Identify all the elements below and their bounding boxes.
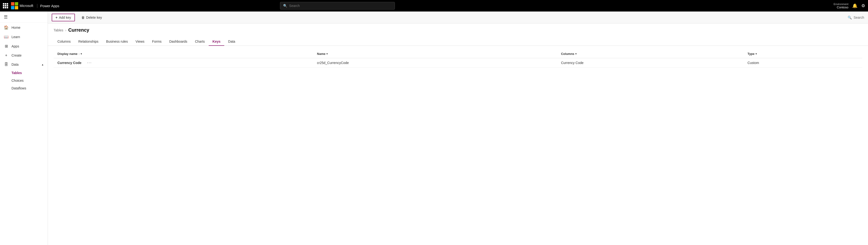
dropdown-icon: ▾ bbox=[81, 53, 82, 55]
sidebar-item-create[interactable]: + Create bbox=[0, 51, 48, 60]
sidebar: ☰ 🏠 Home 📖 Learn ⊞ Apps + Create 🗄 Data … bbox=[0, 11, 48, 245]
tab-data[interactable]: Data bbox=[224, 38, 239, 46]
row-options-button[interactable]: ··· bbox=[87, 61, 92, 65]
toolbar: + Add key 🗑 Delete key 🔍 Search bbox=[48, 11, 868, 24]
tab-columns[interactable]: Columns bbox=[54, 38, 74, 46]
sidebar-item-learn[interactable]: 📖 Learn bbox=[0, 32, 48, 42]
sidebar-label-data: Data bbox=[11, 62, 19, 66]
logo-squares bbox=[11, 2, 18, 9]
plus-icon: + bbox=[56, 16, 57, 20]
waffle-menu[interactable] bbox=[3, 3, 8, 8]
navbar-brand: Power Apps bbox=[37, 4, 59, 8]
create-icon: + bbox=[4, 53, 9, 57]
sort-up-icon: ↑ bbox=[79, 53, 80, 55]
sidebar-item-apps[interactable]: ⊞ Apps bbox=[0, 42, 48, 51]
microsoft-logo[interactable]: Microsoft bbox=[11, 2, 33, 9]
settings-icon[interactable]: ⚙ bbox=[861, 3, 865, 8]
col-name[interactable]: Name ▾ bbox=[313, 50, 557, 58]
environment-label: Environment bbox=[834, 3, 848, 5]
type-sort[interactable]: Type ▾ bbox=[747, 52, 756, 56]
sidebar-sub-tables[interactable]: Tables bbox=[0, 69, 48, 77]
col-columns[interactable]: Columns ▾ bbox=[557, 50, 744, 58]
col-display-name[interactable]: Display name ↑ ▾ bbox=[54, 50, 313, 58]
delete-key-button[interactable]: 🗑 Delete key bbox=[78, 14, 105, 21]
environment-name: Contoso bbox=[837, 5, 848, 9]
global-search-box[interactable]: 🔍 bbox=[280, 2, 395, 9]
search-icon: 🔍 bbox=[848, 16, 852, 20]
data-icon: 🗄 bbox=[4, 62, 9, 66]
breadcrumb-tables-link[interactable]: Tables bbox=[54, 28, 63, 32]
keys-table: Display name ↑ ▾ Name ▾ bbox=[54, 50, 862, 67]
dropdown-icon: ▾ bbox=[575, 53, 577, 55]
row-columns: Currency Code bbox=[557, 58, 744, 67]
name-sort[interactable]: Name ▾ bbox=[317, 52, 328, 56]
navbar: Microsoft Power Apps 🔍 Environment Conto… bbox=[0, 0, 868, 11]
dropdown-icon: ▾ bbox=[327, 53, 328, 55]
row-type: Custom bbox=[744, 58, 862, 67]
tabs-bar: Columns Relationships Business rules Vie… bbox=[48, 35, 868, 46]
home-icon: 🏠 bbox=[4, 25, 9, 30]
learn-icon: 📖 bbox=[4, 34, 9, 39]
search-icon: 🔍 bbox=[283, 4, 287, 8]
table-row: Currency Code ··· cr25d_CurrencyCode Cur… bbox=[54, 58, 862, 67]
sidebar-label-create: Create bbox=[11, 53, 22, 57]
breadcrumb-separator: › bbox=[65, 28, 66, 32]
dropdown-icon: ▾ bbox=[755, 53, 757, 55]
table-header: Display name ↑ ▾ Name ▾ bbox=[54, 50, 862, 58]
sidebar-item-home[interactable]: 🏠 Home bbox=[0, 23, 48, 32]
display-name-sort[interactable]: Display name ↑ ▾ bbox=[57, 52, 82, 56]
main-layout: ☰ 🏠 Home 📖 Learn ⊞ Apps + Create 🗄 Data … bbox=[0, 11, 868, 245]
tab-keys[interactable]: Keys bbox=[209, 38, 224, 46]
table-body: Currency Code ··· cr25d_CurrencyCode Cur… bbox=[54, 58, 862, 67]
environment-selector[interactable]: Environment Contoso bbox=[834, 3, 848, 9]
tab-business-rules[interactable]: Business rules bbox=[102, 38, 132, 46]
row-name: cr25d_CurrencyCode bbox=[313, 58, 557, 67]
toolbar-search[interactable]: 🔍 Search bbox=[848, 16, 864, 20]
navbar-right: Environment Contoso 🔔 ⚙ bbox=[834, 3, 865, 9]
row-display-name: Currency Code ··· bbox=[54, 58, 313, 67]
sidebar-label-learn: Learn bbox=[11, 35, 20, 39]
table-area: Display name ↑ ▾ Name ▾ bbox=[48, 46, 868, 245]
breadcrumb-current: Currency bbox=[68, 27, 89, 33]
tab-forms[interactable]: Forms bbox=[148, 38, 165, 46]
content-area: + Add key 🗑 Delete key 🔍 Search Tables ›… bbox=[48, 11, 868, 245]
col-type[interactable]: Type ▾ bbox=[744, 50, 862, 58]
sidebar-label-apps: Apps bbox=[11, 44, 19, 48]
sidebar-sub-choices[interactable]: Choices bbox=[0, 77, 48, 84]
waffle-icon bbox=[3, 3, 8, 8]
trash-icon: 🗑 bbox=[81, 16, 85, 20]
breadcrumb: Tables › Currency bbox=[48, 24, 868, 33]
microsoft-label: Microsoft bbox=[20, 4, 33, 8]
sidebar-sub-dataflows[interactable]: Dataflows bbox=[0, 84, 48, 92]
add-key-button[interactable]: + Add key bbox=[52, 13, 75, 21]
sidebar-item-data[interactable]: 🗄 Data ▲ bbox=[0, 60, 48, 69]
tab-charts[interactable]: Charts bbox=[191, 38, 209, 46]
tab-dashboards[interactable]: Dashboards bbox=[165, 38, 191, 46]
apps-icon: ⊞ bbox=[4, 44, 9, 48]
notification-icon[interactable]: 🔔 bbox=[852, 3, 858, 8]
sidebar-label-home: Home bbox=[11, 26, 20, 29]
tab-relationships[interactable]: Relationships bbox=[74, 38, 102, 46]
data-expand-icon: ▲ bbox=[41, 63, 44, 66]
sidebar-toggle[interactable]: ☰ bbox=[0, 11, 48, 23]
global-search-input[interactable] bbox=[289, 4, 392, 8]
tab-views[interactable]: Views bbox=[132, 38, 148, 46]
columns-sort[interactable]: Columns ▾ bbox=[561, 52, 577, 56]
